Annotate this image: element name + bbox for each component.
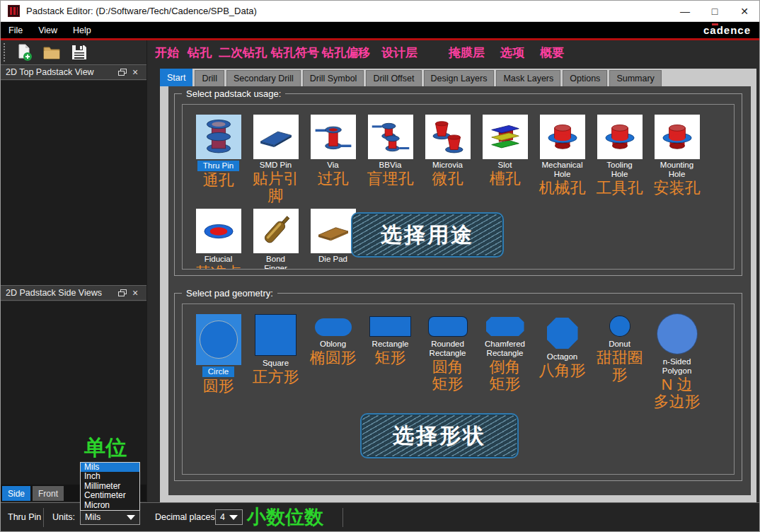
bond-finger-icon[interactable]	[253, 209, 299, 253]
panel-title: 2D Top Padstack View	[6, 67, 116, 77]
usage-item-microvia[interactable]: Microvia微孔	[419, 115, 476, 204]
chevron-down-icon	[127, 515, 135, 520]
usage-item-label: Bond Finger	[264, 255, 287, 270]
tab-drill-symbol[interactable]: Drill Symbol	[303, 70, 364, 86]
geometry-item-donut[interactable]: Donut甜甜圈 形	[591, 314, 648, 410]
hole-icon[interactable]	[540, 115, 585, 159]
tab-secondary-drill[interactable]: Secondary Drill	[226, 70, 301, 86]
geometry-item-chamfered-rectangle[interactable]: Chamfered Rectangle倒角 矩形	[476, 314, 534, 410]
oblong-shape-icon[interactable]	[315, 318, 352, 336]
chamfer-shape-icon[interactable]	[486, 317, 524, 336]
fiducial-icon[interactable]	[196, 209, 241, 253]
usage-item-via[interactable]: Via过孔	[304, 115, 362, 204]
microvia-icon[interactable]	[425, 115, 471, 159]
tab-options[interactable]: Options	[563, 70, 607, 86]
tab-summary[interactable]: Summary	[609, 70, 661, 86]
open-folder-button[interactable]	[41, 42, 62, 62]
slot-icon[interactable]	[483, 115, 528, 159]
float-panel-icon[interactable]	[116, 289, 129, 297]
usage-item-bbvia[interactable]: BBVia盲埋孔	[362, 115, 419, 204]
usage-item-thru-pin[interactable]: Thru Pin通孔	[190, 115, 247, 204]
geometry-item-octagon[interactable]: Octagon八角形	[534, 314, 591, 410]
bbvia-icon[interactable]	[368, 115, 413, 159]
usage-annotation-cn: 贴片引脚	[247, 170, 304, 204]
pink-annotation-: 概要	[540, 45, 564, 61]
tab-side[interactable]: Side	[2, 486, 30, 501]
toolbar-drag-handle[interactable]	[4, 43, 6, 62]
tab-mask-layers[interactable]: Mask Layers	[496, 70, 560, 86]
close-panel-icon[interactable]: ×	[129, 66, 142, 78]
tab-start[interactable]: Start	[160, 69, 192, 86]
tab-drill[interactable]: Drill	[195, 70, 224, 86]
octagon-shape-icon[interactable]	[547, 318, 578, 349]
units-combobox[interactable]: Mils	[80, 509, 140, 525]
tab-drill-offset[interactable]: Drill Offset	[366, 70, 421, 86]
circle-shape-icon[interactable]	[200, 320, 238, 359]
geometry-annotation-box: 选择形状	[360, 413, 519, 458]
close-panel-icon[interactable]: ×	[129, 287, 142, 299]
rounded-shape-icon[interactable]	[429, 317, 467, 336]
units-option-micron[interactable]: Micron	[81, 501, 139, 510]
units-option-centimeter[interactable]: Centimeter	[81, 491, 139, 500]
smd-pin-icon[interactable]	[253, 115, 299, 159]
via-icon[interactable]	[311, 115, 356, 159]
geometry-item-label: Octagon	[547, 352, 577, 362]
decimal-places-value: 4	[220, 512, 225, 522]
close-button[interactable]: ✕	[730, 1, 759, 21]
pink-annotation-: 钻孔符号	[271, 45, 319, 61]
group-title: Select pad geometry:	[182, 288, 277, 299]
rect-shape-icon[interactable]	[370, 317, 410, 336]
geometry-item-n-sided-polygon[interactable]: n-Sided PolygonN 边 多边形	[648, 314, 706, 410]
menu-view[interactable]: View	[30, 22, 65, 38]
cadence-logo: cadence	[703, 24, 751, 36]
hole-icon[interactable]	[597, 115, 643, 159]
editor-tabwidget: StartDrillSecondary DrillDrill SymbolDri…	[160, 69, 756, 502]
units-option-mils[interactable]: Mils	[81, 463, 139, 472]
float-panel-icon[interactable]	[116, 69, 129, 76]
tab-front[interactable]: Front	[33, 486, 64, 501]
die-pad-icon[interactable]	[311, 209, 356, 253]
square-shape-icon[interactable]	[255, 315, 296, 355]
save-icon	[71, 44, 88, 61]
usage-item-mechanical-hole[interactable]: Mechanical Hole机械孔	[534, 115, 591, 204]
geometry-item-rectangle[interactable]: Rectangle矩形	[362, 314, 419, 410]
tab-design-layers[interactable]: Design Layers	[424, 70, 495, 86]
geometry-item-square[interactable]: Square正方形	[247, 314, 304, 410]
usage-item-tooling-hole[interactable]: Tooling Hole工具孔	[591, 115, 648, 204]
units-option-inch[interactable]: Inch	[81, 472, 139, 481]
new-file-button[interactable]	[13, 42, 35, 62]
geometry-annotation-cn: 矩形	[375, 349, 406, 366]
circle-selected-tile[interactable]	[196, 314, 241, 365]
usage-item-smd-pin[interactable]: SMD Pin贴片引脚	[247, 115, 304, 204]
geometry-item-oblong[interactable]: Oblong椭圆形	[304, 314, 362, 410]
minimize-button[interactable]: —	[670, 1, 700, 21]
units-dropdown-popup: MilsInchMillimeterCentimeterMicron	[80, 462, 140, 511]
usage-item-bond-finger[interactable]: Bond Finger金手指	[247, 209, 304, 270]
decimal-places-combobox[interactable]: 4	[215, 509, 243, 525]
save-button[interactable]	[69, 42, 90, 62]
nsided-shape-icon[interactable]	[657, 314, 697, 354]
usage-item-mounting-hole[interactable]: Mounting Hole安装孔	[648, 115, 706, 204]
decimal-places-label: Decimal places:	[155, 503, 217, 531]
usage-item-slot[interactable]: Slot槽孔	[476, 115, 534, 204]
hole-icon[interactable]	[655, 115, 700, 159]
units-option-millimeter[interactable]: Millimeter	[81, 482, 139, 491]
donut-shape-icon[interactable]	[610, 316, 630, 336]
usage-annotation-cn: 基准点	[195, 265, 242, 270]
units-combobox-value: Mils	[85, 512, 100, 522]
geometry-item-label: Rounded Rectangle	[430, 340, 466, 358]
tab-annotations-cn: 开始钻孔二次钻孔钻孔符号钻孔偏移设计层掩膜层选项概要	[155, 45, 564, 61]
menu-help[interactable]: Help	[65, 22, 99, 38]
group-title: Select padstack usage:	[182, 88, 285, 99]
usage-item-fiducial[interactable]: Fiducial基准点	[190, 209, 247, 270]
usage-item-label: Mounting Hole	[660, 161, 693, 179]
geometry-annotation-cn: 椭圆形	[310, 349, 357, 366]
usage-annotation-cn: 盲埋孔	[367, 170, 414, 187]
geometry-annotation-cn: 圆角 矩形	[432, 359, 464, 393]
top-view-canvas[interactable]	[1, 81, 146, 285]
geometry-item-circle[interactable]: Circle圆形	[190, 314, 247, 410]
maximize-button[interactable]: □	[700, 1, 730, 21]
thru-pin-icon[interactable]	[196, 115, 241, 159]
menu-file[interactable]: File	[1, 22, 30, 38]
geometry-item-rounded-rectangle[interactable]: Rounded Rectangle圆角 矩形	[419, 314, 476, 410]
